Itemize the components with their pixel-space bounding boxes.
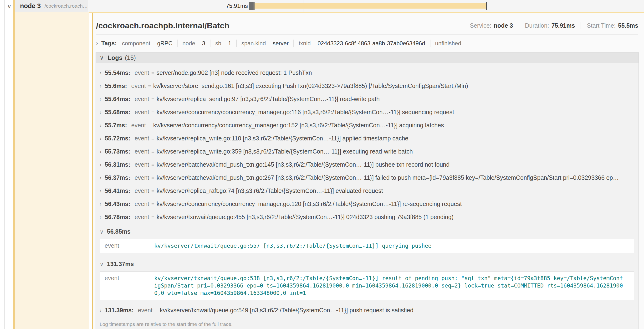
log-row[interactable]: ›55.68ms:event=kv/kvserver/concurrency/c… [100, 109, 635, 116]
log-field-value: kv/kvserver/txnwait/queue.go:538 [n3,s3,… [154, 275, 634, 297]
log-field-key: event [135, 135, 149, 142]
log-timestamp: 55.64ms: [105, 96, 130, 102]
log-field-key: event [135, 70, 149, 76]
log-field-value: kv/kvserver/replica_write.go:110 [n3,s3,… [156, 135, 408, 142]
log-row[interactable]: ›131.39ms:event=kv/kvserver/txnwait/queu… [100, 307, 635, 314]
start-time-value: 55.5ms [618, 22, 638, 29]
meta-separator [580, 22, 581, 29]
tag-value: 3 [202, 40, 205, 46]
tag-item: span.kind=server [237, 40, 294, 47]
trace-span-detail-view: ∨ node 3 /cockroach.roach… 75.91ms /cock… [0, 0, 644, 329]
log-row[interactable]: ›55.72ms:event=kv/kvserver/replica_write… [100, 135, 635, 142]
equals-symbol: = [151, 214, 154, 220]
log-field-key: event [135, 200, 149, 207]
equals-symbol: = [268, 40, 271, 46]
log-row[interactable]: ›56.43ms:event=kv/kvserver/concurrency/c… [100, 200, 635, 208]
equals-symbol: = [151, 201, 154, 207]
log-field-key: event [135, 161, 149, 168]
log-row[interactable]: ›56.41ms:event=kv/kvserver/replica_raft.… [100, 188, 635, 194]
tag-key: txnid [299, 40, 311, 46]
log-entry-expanded: ∨56.85ms event kv/kvserver/txnwait/queue… [100, 228, 635, 253]
equals-symbol: = [151, 162, 154, 168]
chevron-right-icon: › [100, 109, 102, 116]
span-collapse-chevron-icon[interactable]: ∨ [5, 2, 13, 11]
tag-item: node=3 [178, 40, 210, 47]
duration-label: Duration: [525, 22, 549, 29]
span-meta: Service: node 3 Duration: 75.91ms Start … [470, 22, 638, 29]
log-field-key: event [135, 174, 149, 181]
span-operation-name-truncated: /cockroach.roach… [44, 3, 88, 9]
equals-symbol: = [463, 40, 466, 46]
equals-symbol: = [151, 136, 154, 142]
log-field-key: event [135, 214, 149, 220]
equals-symbol: = [151, 175, 154, 181]
tags-label: Tags: [101, 40, 117, 47]
log-field-value: server/node.go:902 [n3] node received re… [156, 70, 312, 76]
operation-title: /cockroach.roachpb.Internal/Batch [96, 21, 229, 30]
log-row[interactable]: ›55.54ms:event=server/node.go:902 [n3] n… [100, 70, 635, 76]
logs-count: (15) [125, 54, 136, 62]
span-bar-end-marker [486, 2, 487, 10]
chevron-right-icon: › [100, 83, 102, 89]
log-timestamp: 131.39ms: [105, 307, 134, 314]
log-row-expanded-header[interactable]: ∨131.37ms [100, 260, 635, 268]
log-row[interactable]: ›55.6ms:event=kv/kvserver/store_send.go:… [100, 82, 635, 90]
log-field-key: event [135, 148, 149, 155]
tags-row[interactable]: › Tags: component=gRPCnode=3sb=1span.kin… [96, 40, 638, 47]
tag-value: server [273, 40, 289, 46]
equals-symbol: = [148, 83, 151, 89]
log-row[interactable]: ›56.31ms:event=kv/kvserver/batcheval/cmd… [100, 161, 635, 168]
log-field-value: kv/kvserver/txnwait/queue.go:557 [n3,s3,… [154, 242, 634, 250]
log-detail-card: event kv/kvserver/txnwait/queue.go:557 [… [100, 239, 634, 253]
log-row[interactable]: ›56.37ms:event=kv/kvserver/batcheval/cmd… [100, 174, 635, 181]
log-timestamp: 55.73ms: [105, 148, 130, 155]
log-field-value: kv/kvserver/store_send.go:161 [n3,s3] ex… [153, 82, 468, 89]
equals-symbol: = [152, 40, 156, 46]
logs-section: ∨ Logs (15) ›55.54ms:event=server/node.g… [96, 52, 639, 329]
tag-key: sb [215, 40, 221, 46]
log-row[interactable]: ›55.64ms:event=kv/kvserver/replica_send.… [100, 96, 635, 102]
log-timestamp: 55.54ms: [105, 70, 130, 76]
logs-title: Logs [108, 54, 122, 62]
tags-items: component=gRPCnode=3sb=1span.kind=server… [122, 40, 473, 47]
span-duration-bar[interactable] [252, 3, 486, 8]
tag-key: component [122, 40, 150, 46]
chevron-right-icon: › [100, 70, 102, 76]
equals-symbol: = [148, 122, 151, 128]
log-timestamp: 56.78ms: [105, 214, 130, 220]
chevron-right-icon: › [100, 214, 102, 220]
span-name-cell[interactable]: node 3 /cockroach.roach… [13, 0, 88, 12]
tag-value: 024d3323-6c8f-4863-aa8b-37ab0e63496d [318, 40, 425, 46]
span-duration-label: 75.91ms [204, 0, 248, 12]
service-value: node 3 [494, 22, 513, 29]
logs-footer-note: Log timestamps are relative to the start… [96, 320, 638, 329]
log-timestamp: 56.85ms [107, 228, 130, 235]
equals-symbol: = [151, 149, 154, 155]
log-field-value: kv/kvserver/batcheval/cmd_push_txn.go:26… [156, 174, 619, 181]
span-detail-header[interactable]: /cockroach.roachpb.Internal/Batch Servic… [96, 21, 638, 30]
chevron-right-icon: › [100, 162, 102, 168]
tag-item: sb=1 [210, 40, 237, 47]
detail-row-name-column [13, 12, 89, 329]
log-row[interactable]: ›55.73ms:event=kv/kvserver/replica_write… [100, 148, 635, 155]
log-event-ticks [249, 2, 255, 10]
log-field-value: kv/kvserver/replica_raft.go:74 [n3,s3,r6… [156, 188, 383, 194]
header-divider [96, 34, 638, 34]
log-row-expanded-header[interactable]: ∨56.85ms [100, 228, 635, 235]
log-timestamp: 55.68ms: [105, 109, 130, 116]
logs-header[interactable]: ∨ Logs (15) [96, 53, 638, 63]
meta-separator [519, 22, 519, 29]
duration-value: 75.91ms [552, 22, 575, 29]
log-row[interactable]: ›56.78ms:event=kv/kvserver/txnwait/queue… [100, 214, 635, 220]
tag-key: node [182, 40, 195, 46]
chevron-right-icon: › [100, 122, 102, 128]
span-service-name: node 3 [20, 2, 41, 10]
equals-symbol: = [151, 70, 154, 76]
log-row[interactable]: ›55.7ms:event=kv/kvserver/concurrency/co… [100, 122, 635, 129]
equals-symbol: = [313, 40, 316, 46]
tag-key: span.kind [242, 40, 266, 46]
log-timestamp: 56.31ms: [105, 161, 130, 168]
chevron-down-icon: ∨ [100, 229, 104, 235]
log-field-key: event [100, 275, 154, 297]
chevron-right-icon: › [100, 188, 102, 194]
